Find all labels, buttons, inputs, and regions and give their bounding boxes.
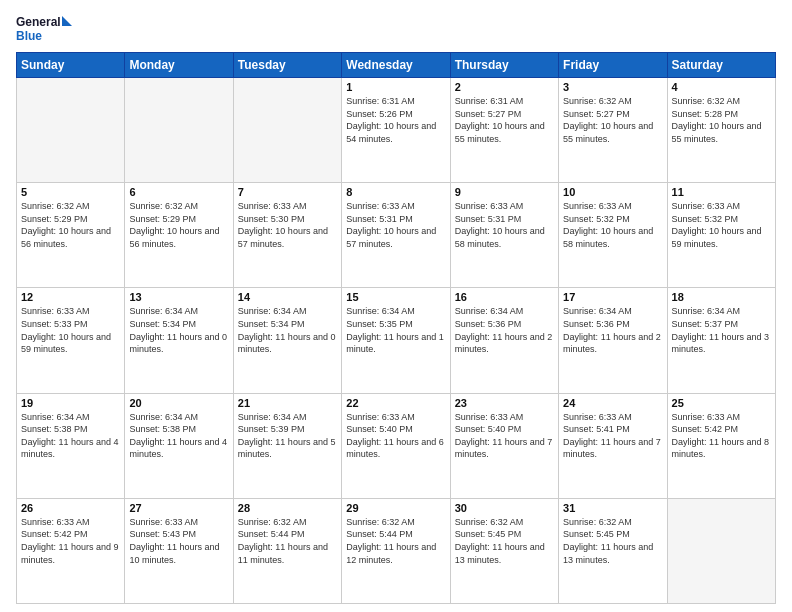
calendar-cell: 25Sunrise: 6:33 AM Sunset: 5:42 PM Dayli… (667, 393, 775, 498)
cell-date: 21 (238, 397, 337, 409)
cell-info: Sunrise: 6:31 AM Sunset: 5:27 PM Dayligh… (455, 95, 554, 145)
cell-info: Sunrise: 6:32 AM Sunset: 5:29 PM Dayligh… (129, 200, 228, 250)
calendar-cell: 9Sunrise: 6:33 AM Sunset: 5:31 PM Daylig… (450, 183, 558, 288)
cell-date: 19 (21, 397, 120, 409)
cell-date: 27 (129, 502, 228, 514)
cell-date: 18 (672, 291, 771, 303)
calendar-cell: 8Sunrise: 6:33 AM Sunset: 5:31 PM Daylig… (342, 183, 450, 288)
cell-info: Sunrise: 6:34 AM Sunset: 5:36 PM Dayligh… (455, 305, 554, 355)
calendar-cell: 10Sunrise: 6:33 AM Sunset: 5:32 PM Dayli… (559, 183, 667, 288)
calendar-cell: 28Sunrise: 6:32 AM Sunset: 5:44 PM Dayli… (233, 498, 341, 603)
calendar-cell: 30Sunrise: 6:32 AM Sunset: 5:45 PM Dayli… (450, 498, 558, 603)
cell-info: Sunrise: 6:34 AM Sunset: 5:37 PM Dayligh… (672, 305, 771, 355)
calendar-cell: 24Sunrise: 6:33 AM Sunset: 5:41 PM Dayli… (559, 393, 667, 498)
logo: GeneralBlue (16, 12, 76, 46)
cell-date: 2 (455, 81, 554, 93)
calendar-cell: 18Sunrise: 6:34 AM Sunset: 5:37 PM Dayli… (667, 288, 775, 393)
cell-info: Sunrise: 6:34 AM Sunset: 5:39 PM Dayligh… (238, 411, 337, 461)
calendar-cell: 29Sunrise: 6:32 AM Sunset: 5:44 PM Dayli… (342, 498, 450, 603)
calendar-cell: 31Sunrise: 6:32 AM Sunset: 5:45 PM Dayli… (559, 498, 667, 603)
cell-info: Sunrise: 6:32 AM Sunset: 5:29 PM Dayligh… (21, 200, 120, 250)
cell-info: Sunrise: 6:34 AM Sunset: 5:35 PM Dayligh… (346, 305, 445, 355)
day-header-tuesday: Tuesday (233, 53, 341, 78)
cell-info: Sunrise: 6:33 AM Sunset: 5:31 PM Dayligh… (346, 200, 445, 250)
cell-info: Sunrise: 6:33 AM Sunset: 5:42 PM Dayligh… (672, 411, 771, 461)
cell-date: 11 (672, 186, 771, 198)
calendar-cell: 13Sunrise: 6:34 AM Sunset: 5:34 PM Dayli… (125, 288, 233, 393)
calendar-cell: 16Sunrise: 6:34 AM Sunset: 5:36 PM Dayli… (450, 288, 558, 393)
calendar-cell: 5Sunrise: 6:32 AM Sunset: 5:29 PM Daylig… (17, 183, 125, 288)
calendar-cell: 23Sunrise: 6:33 AM Sunset: 5:40 PM Dayli… (450, 393, 558, 498)
calendar-cell (233, 78, 341, 183)
calendar-cell: 19Sunrise: 6:34 AM Sunset: 5:38 PM Dayli… (17, 393, 125, 498)
calendar-cell: 15Sunrise: 6:34 AM Sunset: 5:35 PM Dayli… (342, 288, 450, 393)
cell-info: Sunrise: 6:34 AM Sunset: 5:34 PM Dayligh… (238, 305, 337, 355)
calendar-cell: 27Sunrise: 6:33 AM Sunset: 5:43 PM Dayli… (125, 498, 233, 603)
cell-info: Sunrise: 6:33 AM Sunset: 5:40 PM Dayligh… (455, 411, 554, 461)
calendar-cell: 20Sunrise: 6:34 AM Sunset: 5:38 PM Dayli… (125, 393, 233, 498)
cell-date: 26 (21, 502, 120, 514)
cell-info: Sunrise: 6:32 AM Sunset: 5:27 PM Dayligh… (563, 95, 662, 145)
cell-date: 1 (346, 81, 445, 93)
calendar-cell: 3Sunrise: 6:32 AM Sunset: 5:27 PM Daylig… (559, 78, 667, 183)
cell-date: 31 (563, 502, 662, 514)
cell-date: 8 (346, 186, 445, 198)
calendar-cell: 1Sunrise: 6:31 AM Sunset: 5:26 PM Daylig… (342, 78, 450, 183)
cell-info: Sunrise: 6:32 AM Sunset: 5:44 PM Dayligh… (346, 516, 445, 566)
week-row-5: 26Sunrise: 6:33 AM Sunset: 5:42 PM Dayli… (17, 498, 776, 603)
cell-info: Sunrise: 6:33 AM Sunset: 5:31 PM Dayligh… (455, 200, 554, 250)
cell-info: Sunrise: 6:33 AM Sunset: 5:30 PM Dayligh… (238, 200, 337, 250)
cell-date: 7 (238, 186, 337, 198)
cell-date: 23 (455, 397, 554, 409)
cell-info: Sunrise: 6:33 AM Sunset: 5:43 PM Dayligh… (129, 516, 228, 566)
cell-date: 10 (563, 186, 662, 198)
calendar-cell: 21Sunrise: 6:34 AM Sunset: 5:39 PM Dayli… (233, 393, 341, 498)
cell-date: 13 (129, 291, 228, 303)
cell-date: 29 (346, 502, 445, 514)
cell-date: 6 (129, 186, 228, 198)
cell-date: 4 (672, 81, 771, 93)
week-row-3: 12Sunrise: 6:33 AM Sunset: 5:33 PM Dayli… (17, 288, 776, 393)
cell-info: Sunrise: 6:34 AM Sunset: 5:36 PM Dayligh… (563, 305, 662, 355)
calendar-cell: 4Sunrise: 6:32 AM Sunset: 5:28 PM Daylig… (667, 78, 775, 183)
cell-info: Sunrise: 6:32 AM Sunset: 5:45 PM Dayligh… (563, 516, 662, 566)
day-header-sunday: Sunday (17, 53, 125, 78)
header: GeneralBlue (16, 12, 776, 46)
logo-svg: GeneralBlue (16, 12, 76, 46)
cell-date: 24 (563, 397, 662, 409)
calendar-cell: 7Sunrise: 6:33 AM Sunset: 5:30 PM Daylig… (233, 183, 341, 288)
cell-date: 22 (346, 397, 445, 409)
day-header-monday: Monday (125, 53, 233, 78)
svg-text:Blue: Blue (16, 29, 42, 43)
calendar-cell (667, 498, 775, 603)
cell-info: Sunrise: 6:32 AM Sunset: 5:44 PM Dayligh… (238, 516, 337, 566)
calendar-table: SundayMondayTuesdayWednesdayThursdayFrid… (16, 52, 776, 604)
cell-date: 25 (672, 397, 771, 409)
day-header-saturday: Saturday (667, 53, 775, 78)
cell-info: Sunrise: 6:34 AM Sunset: 5:38 PM Dayligh… (21, 411, 120, 461)
calendar-cell: 12Sunrise: 6:33 AM Sunset: 5:33 PM Dayli… (17, 288, 125, 393)
day-header-thursday: Thursday (450, 53, 558, 78)
week-row-2: 5Sunrise: 6:32 AM Sunset: 5:29 PM Daylig… (17, 183, 776, 288)
cell-info: Sunrise: 6:33 AM Sunset: 5:41 PM Dayligh… (563, 411, 662, 461)
cell-info: Sunrise: 6:32 AM Sunset: 5:28 PM Dayligh… (672, 95, 771, 145)
cell-info: Sunrise: 6:34 AM Sunset: 5:38 PM Dayligh… (129, 411, 228, 461)
calendar-cell (17, 78, 125, 183)
calendar-cell: 17Sunrise: 6:34 AM Sunset: 5:36 PM Dayli… (559, 288, 667, 393)
calendar-cell: 22Sunrise: 6:33 AM Sunset: 5:40 PM Dayli… (342, 393, 450, 498)
cell-date: 9 (455, 186, 554, 198)
calendar-cell: 26Sunrise: 6:33 AM Sunset: 5:42 PM Dayli… (17, 498, 125, 603)
cell-date: 14 (238, 291, 337, 303)
header-row: SundayMondayTuesdayWednesdayThursdayFrid… (17, 53, 776, 78)
cell-info: Sunrise: 6:33 AM Sunset: 5:40 PM Dayligh… (346, 411, 445, 461)
cell-date: 30 (455, 502, 554, 514)
week-row-4: 19Sunrise: 6:34 AM Sunset: 5:38 PM Dayli… (17, 393, 776, 498)
calendar-cell: 11Sunrise: 6:33 AM Sunset: 5:32 PM Dayli… (667, 183, 775, 288)
cell-date: 5 (21, 186, 120, 198)
svg-text:General: General (16, 15, 61, 29)
svg-marker-2 (62, 16, 72, 26)
day-header-friday: Friday (559, 53, 667, 78)
cell-date: 12 (21, 291, 120, 303)
cell-date: 28 (238, 502, 337, 514)
day-header-wednesday: Wednesday (342, 53, 450, 78)
